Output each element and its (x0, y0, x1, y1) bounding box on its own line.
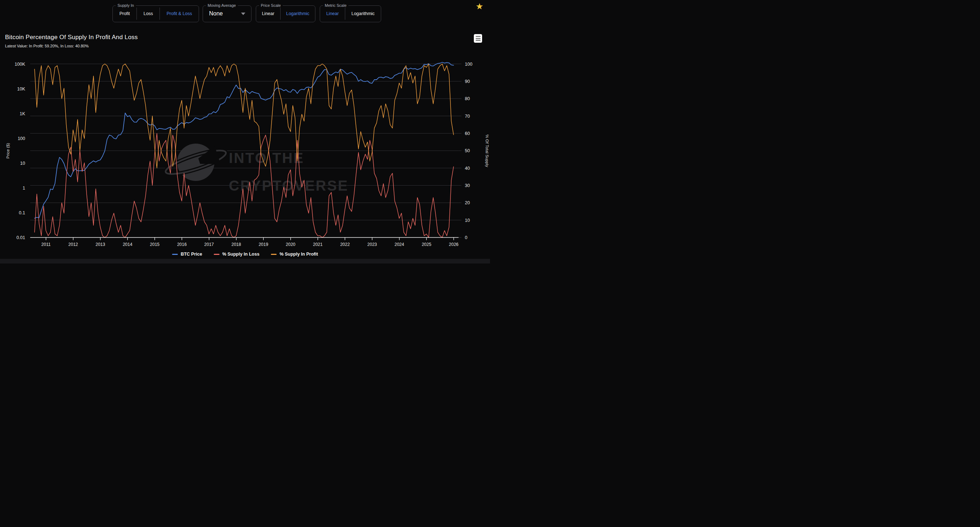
price-tick-1: 1 (22, 186, 25, 190)
watermark-line1: INTO THE (229, 150, 304, 166)
price-axis-title: Price ($) (6, 143, 10, 159)
moving-average-value: None (209, 10, 223, 17)
control-moving-average-label: Moving Average (206, 3, 238, 8)
legend-item-supply-in-profit[interactable]: % Supply In Profit (271, 252, 318, 257)
control-moving-average: Moving Average None (203, 3, 251, 22)
price-scale-options: LinearLogarithmic (256, 8, 315, 20)
price-tick-0-01: 0.01 (16, 235, 25, 240)
percent-tick-80: 80 (465, 96, 470, 101)
price-tick-0-1: 0.1 (19, 210, 25, 215)
page-title: Bitcoin Percentage Of Supply In Profit A… (5, 34, 138, 41)
watermark-line2: CRYPTOVERSE (229, 178, 348, 194)
btc-price-line[interactable] (35, 62, 453, 218)
chart-menu-button[interactable] (474, 34, 482, 43)
price-tick-1k: 1K (20, 111, 25, 116)
x-tick-2023: 2023 (368, 242, 377, 247)
x-tick-2018: 2018 (231, 242, 241, 247)
percent-axis-title: % Of Total Supply (485, 134, 489, 167)
legend-label-supply-in-loss: % Supply In Loss (223, 252, 260, 257)
favorite-star-button[interactable]: ★ (476, 2, 484, 11)
x-tick-2022: 2022 (340, 242, 350, 247)
percent-axis-labels: 1009080706050403020100% Of Total Supply (465, 62, 489, 241)
x-tick-2011: 2011 (41, 242, 51, 247)
x-axis: 2011201220132014201520162017201820192020… (30, 238, 459, 247)
x-tick-2025: 2025 (422, 242, 431, 247)
legend-item-btc-price[interactable]: BTC Price (172, 252, 202, 257)
watermark: INTO THECRYPTOVERSE (164, 144, 348, 194)
legend-label-btc-price: BTC Price (181, 252, 202, 257)
x-tick-2026: 2026 (449, 242, 459, 247)
option-supply-in-loss[interactable]: Loss (137, 8, 159, 20)
latest-value-subtitle: Latest Value: In Profit: 59.20%, In Loss… (5, 44, 89, 48)
percent-tick-50: 50 (465, 148, 470, 153)
chart-legend: BTC Price% Supply In Loss% Supply In Pro… (0, 252, 490, 257)
x-tick-2013: 2013 (95, 242, 105, 247)
supply-in-options: ProfitLossProfit & Loss (113, 8, 199, 20)
metric-scale-options: LinearLogarithmic (320, 8, 381, 20)
option-metric-scale-logarithmic[interactable]: Logarithmic (345, 8, 381, 20)
price-tick-100k: 100K (15, 62, 25, 67)
bottom-strip (0, 259, 490, 264)
legend-label-supply-in-profit: % Supply In Profit (280, 252, 318, 257)
x-tick-2014: 2014 (123, 242, 132, 247)
x-tick-2019: 2019 (259, 242, 268, 247)
percent-tick-10: 10 (465, 218, 470, 223)
x-tick-2012: 2012 (68, 242, 78, 247)
percent-tick-70: 70 (465, 114, 470, 119)
chevron-down-icon (241, 13, 245, 15)
option-price-scale-logarithmic[interactable]: Logarithmic (280, 8, 315, 20)
option-metric-scale-linear[interactable]: Linear (320, 8, 345, 20)
price-tick-10: 10 (20, 161, 25, 166)
percent-tick-30: 30 (465, 183, 470, 188)
x-tick-2020: 2020 (286, 242, 296, 247)
percent-tick-90: 90 (465, 79, 470, 84)
percent-tick-0: 0 (465, 235, 468, 240)
x-tick-2016: 2016 (177, 242, 187, 247)
price-axis-labels: 100K10K1K1001010.10.01Price ($) (6, 62, 25, 241)
legend-dash-supply-in-loss (214, 254, 220, 255)
legend-dash-btc-price (172, 254, 178, 255)
percent-tick-100: 100 (465, 62, 473, 67)
control-supply-in-label: Supply In (116, 3, 136, 8)
control-metric-scale: Metric Scale LinearLogarithmic (320, 3, 381, 22)
x-tick-2015: 2015 (150, 242, 159, 247)
price-tick-10k: 10K (17, 87, 25, 92)
option-supply-in-profit[interactable]: Profit (113, 8, 137, 20)
control-metric-scale-label: Metric Scale (323, 3, 348, 8)
control-price-scale-label: Price Scale (259, 3, 283, 8)
x-tick-2021: 2021 (313, 242, 323, 247)
control-supply-in: Supply In ProfitLossProfit & Loss (113, 3, 199, 22)
star-icon: ★ (476, 2, 484, 11)
percent-tick-40: 40 (465, 166, 470, 171)
percent-tick-60: 60 (465, 131, 470, 136)
price-tick-100: 100 (18, 136, 25, 141)
legend-item-supply-in-loss[interactable]: % Supply In Loss (214, 252, 260, 257)
x-tick-2024: 2024 (395, 242, 404, 247)
legend-dash-supply-in-profit (271, 254, 277, 255)
percent-tick-20: 20 (465, 200, 470, 205)
option-supply-in-profit-loss[interactable]: Profit & Loss (159, 8, 199, 20)
moving-average-dropdown[interactable]: None (203, 8, 251, 20)
x-tick-2017: 2017 (204, 242, 214, 247)
control-price-scale: Price Scale LinearLogarithmic (256, 3, 315, 22)
cryptoverse-logo-icon (164, 144, 228, 181)
option-price-scale-linear[interactable]: Linear (256, 8, 280, 20)
